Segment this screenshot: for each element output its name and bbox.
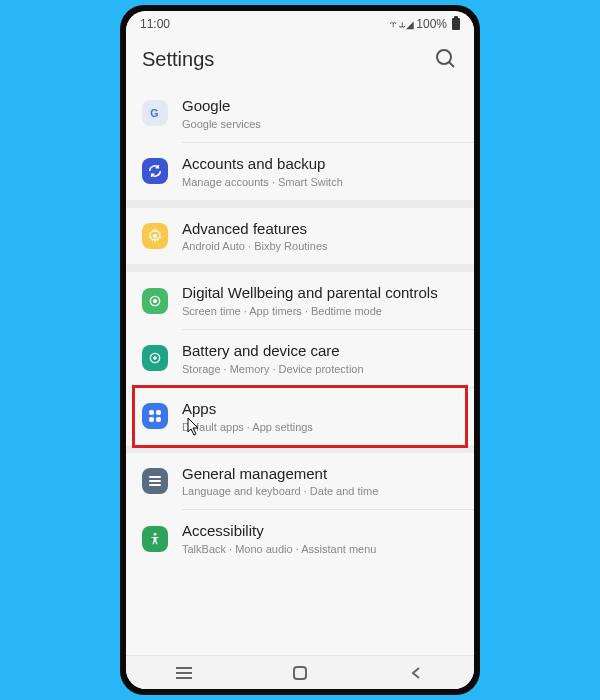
apps-icon xyxy=(142,403,168,429)
settings-item-advanced[interactable]: Advanced features Android Auto · Bixby R… xyxy=(126,208,474,265)
status-network-icons: ⥾ ⥿ ◢ xyxy=(389,19,414,30)
svg-point-5 xyxy=(154,299,157,302)
svg-rect-11 xyxy=(294,667,306,679)
item-title: Apps xyxy=(182,400,458,419)
page-title: Settings xyxy=(142,48,214,71)
search-icon xyxy=(434,47,458,71)
svg-point-0 xyxy=(437,50,451,64)
status-time: 11:00 xyxy=(140,17,170,31)
screen: 11:00 ⥾ ⥿ ◢ 100% Settings G Google xyxy=(126,11,474,689)
navigation-bar xyxy=(126,655,474,689)
svg-point-7 xyxy=(154,533,157,536)
item-title: Advanced features xyxy=(182,220,458,239)
settings-item-accounts[interactable]: Accounts and backup Manage accounts · Sm… xyxy=(126,143,474,200)
gear-icon xyxy=(142,223,168,249)
item-sub: TalkBack · Mono audio · Assistant menu xyxy=(182,543,458,555)
section-divider xyxy=(126,445,474,453)
nav-recents[interactable] xyxy=(164,667,204,679)
nav-home[interactable] xyxy=(280,666,320,680)
item-sub: Language and keyboard · Date and time xyxy=(182,485,458,497)
section-divider xyxy=(126,264,474,272)
search-button[interactable] xyxy=(434,47,458,71)
battery-icon xyxy=(452,18,460,30)
google-icon: G xyxy=(142,100,168,126)
nav-back[interactable] xyxy=(396,666,436,680)
svg-line-1 xyxy=(449,62,454,67)
settings-item-apps[interactable]: Apps Default apps · App settings xyxy=(126,388,474,445)
settings-list: G Google Google services Accounts and ba… xyxy=(126,85,474,655)
status-bar: 11:00 ⥾ ⥿ ◢ 100% xyxy=(126,11,474,37)
item-title: Digital Wellbeing and parental controls xyxy=(182,284,458,303)
svg-text:G: G xyxy=(150,107,158,119)
sync-icon xyxy=(142,158,168,184)
settings-item-accessibility[interactable]: Accessibility TalkBack · Mono audio · As… xyxy=(126,510,474,567)
phone-frame: 11:00 ⥾ ⥿ ◢ 100% Settings G Google xyxy=(120,5,480,695)
status-right: ⥾ ⥿ ◢ 100% xyxy=(389,17,460,31)
item-title: Google xyxy=(182,97,458,116)
settings-item-battery[interactable]: Battery and device care Storage · Memory… xyxy=(126,330,474,387)
item-sub: Google services xyxy=(182,118,458,130)
item-sub: Default apps · App settings xyxy=(182,421,458,433)
settings-item-wellbeing[interactable]: Digital Wellbeing and parental controls … xyxy=(126,272,474,329)
settings-item-google[interactable]: G Google Google services xyxy=(126,85,474,142)
item-sub: Screen time · App timers · Bedtime mode xyxy=(182,305,458,317)
wellbeing-icon xyxy=(142,288,168,314)
care-icon xyxy=(142,345,168,371)
settings-item-general[interactable]: General management Language and keyboard… xyxy=(126,453,474,510)
item-sub: Manage accounts · Smart Switch xyxy=(182,176,458,188)
item-sub: Storage · Memory · Device protection xyxy=(182,363,458,375)
general-icon xyxy=(142,468,168,494)
svg-point-3 xyxy=(153,234,157,238)
item-title: Accessibility xyxy=(182,522,458,541)
settings-header: Settings xyxy=(126,37,474,85)
item-title: Battery and device care xyxy=(182,342,458,361)
item-title: Accounts and backup xyxy=(182,155,458,174)
section-divider xyxy=(126,200,474,208)
item-title: General management xyxy=(182,465,458,484)
accessibility-icon xyxy=(142,526,168,552)
item-sub: Android Auto · Bixby Routines xyxy=(182,240,458,252)
status-battery-text: 100% xyxy=(416,17,447,31)
